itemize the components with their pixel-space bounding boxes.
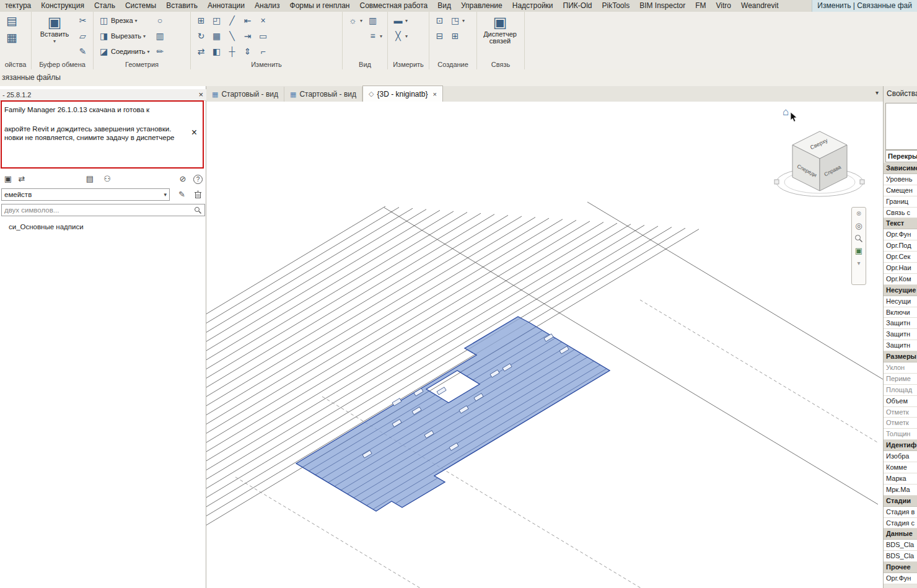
property-row[interactable]: Защитн (884, 318, 917, 329)
mirror-button[interactable]: ⇄ (195, 44, 208, 59)
rotate-button[interactable]: ↻ (195, 29, 208, 43)
property-row[interactable]: Марка (884, 473, 917, 485)
trim-button[interactable]: ╱ (226, 13, 239, 28)
property-row[interactable]: Мрк.Ма (884, 485, 917, 496)
link-manager-button[interactable]: ▣Диспетчер связей (481, 13, 519, 58)
pin-button[interactable]: ⇤ (241, 13, 254, 28)
property-row[interactable]: Отметк (884, 407, 917, 418)
type-selector[interactable]: Перекры (885, 150, 917, 162)
ribbon-tab[interactable]: тектура (0, 0, 36, 12)
property-row[interactable]: Защитн (884, 329, 917, 340)
delete-set-icon[interactable] (194, 190, 202, 199)
ribbon-tab[interactable]: BIM Inspector (634, 0, 690, 12)
cut-geometry-button[interactable]: ◨Вырезать▾ (97, 29, 151, 43)
demolish-button[interactable]: ○ (154, 13, 167, 28)
family-list-item[interactable]: си_Основные надписи (9, 223, 84, 230)
property-section-header[interactable]: Несущие (884, 285, 917, 296)
property-row[interactable]: Объем (884, 396, 917, 407)
selected-floor-slab[interactable] (296, 317, 610, 511)
split-button[interactable]: ┼ (226, 44, 239, 59)
palette-titlebar[interactable]: - 25.8.1.2 × (0, 89, 208, 101)
mirror-axis-button[interactable]: ◧ (210, 44, 223, 59)
ribbon-tab-active[interactable]: Изменить | Связанные фай (812, 0, 917, 12)
property-row[interactable]: Орг.Сек (884, 252, 917, 263)
navbar-close-icon[interactable]: ⊗ (856, 209, 861, 218)
property-row[interactable]: Границ (884, 196, 917, 208)
ribbon-tab[interactable]: Формы и генплан (285, 0, 355, 12)
steering-wheel-icon[interactable]: ◎ (855, 222, 862, 230)
property-row[interactable]: Орг.Фун (884, 229, 917, 240)
property-row[interactable]: Стадия с (884, 518, 917, 529)
user-icon[interactable]: ⚇ (102, 173, 113, 185)
property-section-header[interactable]: Прочее (884, 562, 917, 573)
cope-button[interactable]: ◫Врезка▾ (97, 13, 151, 28)
delete-button[interactable]: × (257, 13, 270, 28)
edit-set-icon[interactable]: ✎ (178, 190, 185, 199)
ribbon-tab[interactable]: PikTools (597, 0, 635, 12)
ribbon-tab[interactable]: Управление (456, 0, 507, 12)
scale-button[interactable]: ⌐ (257, 44, 270, 59)
property-section-header[interactable]: Зависимо (884, 163, 917, 174)
property-section-header[interactable]: Идентиф (884, 440, 917, 451)
home-icon[interactable]: ⌂ (783, 107, 789, 117)
view-tab-start-2[interactable]: ▦ Стартовый - вид (284, 87, 362, 102)
property-section-header[interactable]: Данные (884, 529, 917, 540)
copy-button[interactable]: ▱ (76, 29, 89, 43)
navbar-options-icon[interactable]: ▾ (857, 259, 860, 268)
create-group-button[interactable]: ⊡ (433, 13, 446, 28)
ribbon-tab[interactable]: Надстройки (507, 0, 558, 12)
create-parts-button[interactable]: ◳▾ (449, 13, 466, 28)
group-button[interactable]: ▭ (257, 29, 270, 43)
create-assembly-button[interactable]: ⊟ (433, 29, 446, 43)
ribbon-tab[interactable]: Сталь (89, 0, 120, 12)
ribbon-tab[interactable]: Анализ (250, 0, 285, 12)
property-row[interactable]: Орг.Фун (884, 573, 917, 584)
property-row[interactable]: Включи (884, 307, 917, 318)
extend-button[interactable]: ╲ (226, 29, 239, 43)
join-button[interactable]: ◪Соединить▾ (97, 44, 151, 59)
paste-button[interactable]: ▣Вставить▾ (35, 13, 74, 58)
property-row[interactable]: Площад (884, 385, 917, 396)
view-tab-close-icon[interactable]: × (433, 90, 437, 98)
property-row[interactable]: Смещен (884, 185, 917, 196)
property-row[interactable]: Уровень (884, 174, 917, 185)
property-row[interactable]: Отметк (884, 418, 917, 429)
ruler-button[interactable]: ▬▾ (392, 13, 409, 28)
showcase-icon[interactable]: ▣ (855, 247, 862, 255)
unpin-button[interactable]: ⇥ (241, 29, 254, 43)
property-row[interactable]: Изобра (884, 451, 917, 462)
array-button[interactable]: ▦ (210, 29, 223, 43)
property-section-header[interactable]: Стадии (884, 496, 917, 507)
help-icon[interactable]: ? (193, 175, 203, 184)
ribbon-tab[interactable]: Вставить (161, 0, 203, 12)
property-row[interactable]: Периме (884, 374, 917, 385)
property-row[interactable]: BDS_Cla (884, 551, 917, 562)
collapse-icon[interactable]: ⇄ (16, 173, 27, 185)
measure-button[interactable]: ╳▾ (392, 29, 409, 43)
view-tab-3d-active[interactable]: ◇ {3D - kniginatb} × (362, 86, 443, 102)
property-row[interactable]: Стадия в (884, 507, 917, 518)
ribbon-tab[interactable]: Системы (120, 0, 161, 12)
temporary-hide-button[interactable]: ☼▾ (346, 13, 364, 28)
ribbon-tab[interactable]: ПИК-Old (558, 0, 597, 12)
dock-icon[interactable]: ▣ (2, 173, 14, 185)
visibility-list-button[interactable]: ≡▾ (366, 29, 384, 43)
offset-button[interactable]: ⇕ (241, 44, 254, 59)
property-row[interactable]: Несущи (884, 296, 917, 307)
property-row[interactable]: BDS_Cla (884, 540, 917, 551)
match-properties-button[interactable]: ✎ (76, 44, 89, 59)
property-row[interactable]: Комме (884, 462, 917, 473)
open-family-icon[interactable]: ▤ (84, 173, 95, 185)
view-tab-list-icon[interactable]: ▾ (875, 89, 879, 96)
override-graphics-button[interactable]: ▥ (366, 13, 384, 28)
drawing-canvas[interactable]: ⌂ Сверху Спереди Справа ⊗ ◎ (206, 102, 883, 588)
property-section-header[interactable]: Размеры (884, 351, 917, 362)
block-icon[interactable]: ⊘ (177, 173, 188, 185)
view-tab-start-1[interactable]: ▦ Стартовый - вид (206, 87, 284, 102)
ribbon-tab[interactable]: Вид (432, 0, 456, 12)
ribbon-tab[interactable]: Совместная работа (354, 0, 432, 12)
properties-button[interactable]: ▤ (4, 13, 20, 29)
property-section-header[interactable]: Текст (884, 218, 917, 229)
paint-button[interactable]: ▥ (154, 29, 167, 43)
property-row[interactable]: Уклон (884, 362, 917, 374)
